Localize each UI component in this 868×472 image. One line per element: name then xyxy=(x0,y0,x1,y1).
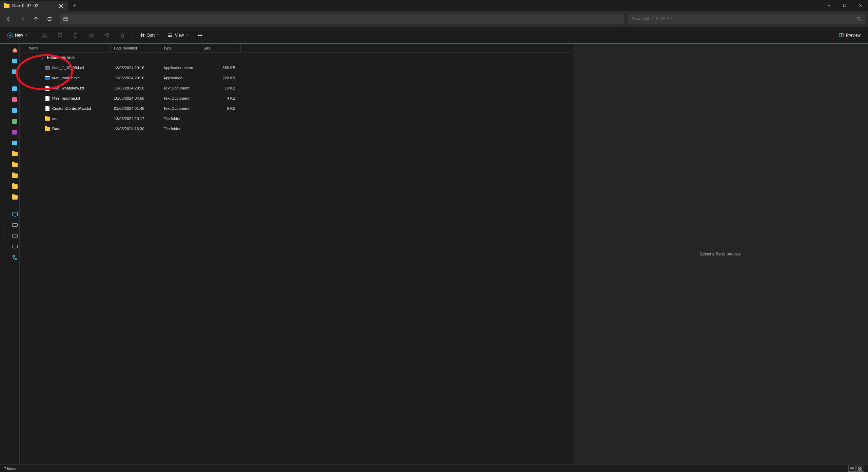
copy-button[interactable] xyxy=(53,30,67,41)
file-list[interactable]: Name Date modified Type Size ⌄ Earlier t… xyxy=(20,44,573,464)
file-name: Data xyxy=(52,127,60,131)
sidebar-folder[interactable] xyxy=(0,160,19,170)
new-button[interactable]: + New ▾ xyxy=(4,30,31,41)
sidebar-downloads[interactable] xyxy=(0,116,19,126)
svg-point-10 xyxy=(105,35,106,36)
svg-rect-17 xyxy=(13,255,15,257)
column-date[interactable]: Date modified xyxy=(111,44,160,52)
folder-icon xyxy=(45,116,50,121)
sidebar-item[interactable]: › xyxy=(0,67,19,77)
sidebar-drive[interactable]: › xyxy=(0,231,19,241)
sidebar-drive[interactable]: › xyxy=(0,220,19,230)
file-date: 13/05/2024 20:16 xyxy=(111,76,160,80)
minimize-button[interactable] xyxy=(821,0,837,11)
close-window-button[interactable] xyxy=(852,0,868,11)
text-file-icon xyxy=(45,85,50,91)
group-header[interactable]: ⌄ Earlier this year xyxy=(20,53,573,63)
tab-title: f4se_0_07_02 xyxy=(12,3,56,8)
file-date: 10/05/2024 04:58 xyxy=(111,96,160,100)
sidebar-gallery[interactable] xyxy=(0,56,19,66)
search-input[interactable] xyxy=(632,17,856,21)
preview-button[interactable]: Preview xyxy=(835,30,864,41)
svg-point-2 xyxy=(857,17,860,20)
sidebar-item[interactable] xyxy=(0,95,19,105)
file-row[interactable]: src13/05/2024 20:17File folder xyxy=(20,114,573,124)
sort-icon xyxy=(140,33,145,38)
delete-button[interactable] xyxy=(116,30,129,41)
drive-icon xyxy=(12,245,18,248)
search-icon xyxy=(856,17,861,21)
toolbar: + New ▾ Sort ▾ View ▾ Preview xyxy=(0,27,868,43)
new-label: New xyxy=(15,33,23,38)
maximize-button[interactable] xyxy=(837,0,852,11)
address-bar[interactable] xyxy=(60,14,624,24)
details-view-toggle[interactable] xyxy=(848,466,856,472)
file-name: f4se_readme.txt xyxy=(52,96,80,100)
view-button[interactable]: View ▾ xyxy=(164,30,191,41)
svg-point-11 xyxy=(107,33,109,35)
sidebar-this-pc[interactable]: ⌄ xyxy=(0,209,19,219)
column-type[interactable]: Type xyxy=(160,44,200,52)
item-count: 7 items xyxy=(4,467,16,471)
file-row[interactable]: f4se_whatsnew.txt13/05/2024 20:10Text Do… xyxy=(20,83,573,93)
cut-button[interactable] xyxy=(38,30,51,41)
rename-button[interactable] xyxy=(84,30,98,41)
sidebar-home[interactable] xyxy=(0,45,19,55)
separator xyxy=(34,32,34,39)
file-date: 13/05/2024 20:17 xyxy=(111,117,160,121)
group-label: Earlier this year xyxy=(47,55,75,60)
sidebar-desktop[interactable] xyxy=(0,84,19,94)
sidebar-item[interactable] xyxy=(0,127,19,137)
view-label: View xyxy=(175,33,184,38)
sidebar-item[interactable] xyxy=(0,138,19,148)
sidebar-network[interactable]: › xyxy=(0,252,19,263)
file-type: Text Document xyxy=(160,96,200,100)
sort-button[interactable]: Sort ▾ xyxy=(136,30,162,41)
back-button[interactable] xyxy=(3,13,15,25)
paste-button[interactable] xyxy=(69,30,82,41)
thumbnails-view-toggle[interactable] xyxy=(856,466,864,472)
sidebar-folder[interactable] xyxy=(0,170,19,181)
search-box[interactable] xyxy=(628,14,865,24)
file-date: 13/05/2024 16:30 xyxy=(111,127,160,131)
window-tab[interactable]: f4se_0_07_02 xyxy=(0,1,68,11)
close-tab-button[interactable] xyxy=(58,3,64,8)
text-file-icon xyxy=(45,96,50,101)
file-name-cell: Data xyxy=(20,126,111,131)
more-button[interactable] xyxy=(193,30,207,41)
file-name-cell: f4se_1_10_984.dll xyxy=(20,65,111,70)
folder-icon xyxy=(12,152,18,156)
file-row[interactable]: f4se_loader.exe13/05/2024 20:16Applicati… xyxy=(20,73,573,83)
svg-rect-21 xyxy=(859,469,860,470)
forward-button[interactable] xyxy=(16,13,28,25)
refresh-button[interactable] xyxy=(43,13,56,25)
drive-icon xyxy=(12,223,18,227)
folder-icon xyxy=(12,195,18,200)
column-name[interactable]: Name xyxy=(20,44,111,52)
file-name: CustomControlMap.txt xyxy=(52,106,91,110)
file-row[interactable]: Data13/05/2024 16:30File folder xyxy=(20,124,573,134)
file-name-cell: f4se_loader.exe xyxy=(20,75,111,81)
new-tab-button[interactable]: ＋ xyxy=(68,0,81,11)
file-type: File folder xyxy=(160,117,200,121)
documents-icon xyxy=(12,108,17,113)
main-area: › ⌄ › › › › Name Date modified Type Size xyxy=(0,44,868,464)
sidebar-drive[interactable]: › xyxy=(0,242,19,252)
sidebar-folder[interactable] xyxy=(0,181,19,191)
sidebar-folder[interactable] xyxy=(0,192,19,202)
column-size[interactable]: Size xyxy=(200,44,241,52)
file-row[interactable]: CustomControlMap.txt03/05/2024 01:46Text… xyxy=(20,103,573,114)
chevron-right-icon: › xyxy=(3,245,4,248)
svg-point-14 xyxy=(200,35,200,35)
sidebar-documents[interactable] xyxy=(0,105,19,116)
file-type: Application exten... xyxy=(160,66,200,70)
share-button[interactable] xyxy=(100,30,114,41)
file-rows: f4se_1_10_984.dll13/05/2024 20:16Applica… xyxy=(20,63,573,134)
square-icon xyxy=(12,141,17,145)
file-row[interactable]: f4se_1_10_984.dll13/05/2024 20:16Applica… xyxy=(20,63,573,73)
svg-rect-1 xyxy=(64,17,68,21)
up-button[interactable] xyxy=(30,13,42,25)
file-row[interactable]: f4se_readme.txt10/05/2024 04:58Text Docu… xyxy=(20,93,573,103)
file-name-cell: f4se_whatsnew.txt xyxy=(20,85,111,91)
sidebar-folder[interactable] xyxy=(0,149,19,159)
